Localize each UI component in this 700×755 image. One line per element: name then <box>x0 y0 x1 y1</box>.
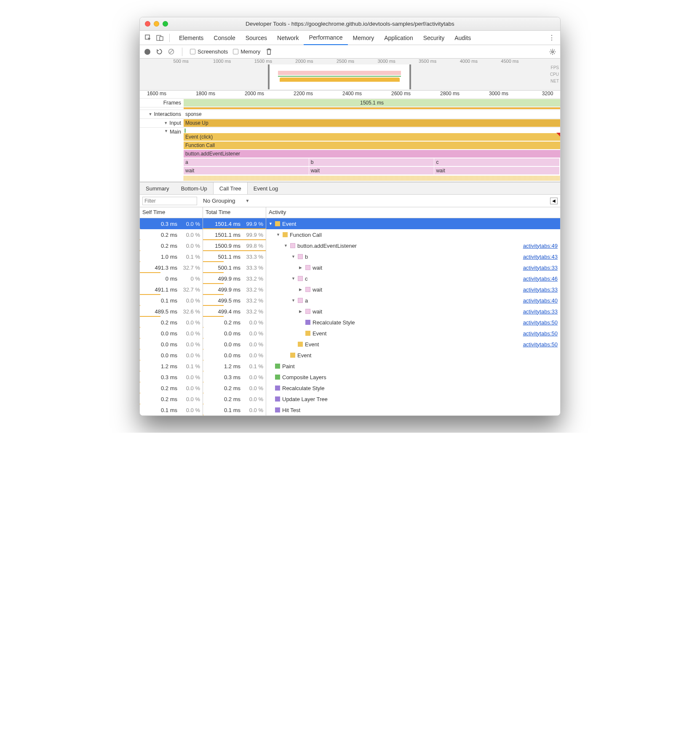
source-link[interactable]: activitytabs:33 <box>523 265 558 271</box>
table-row[interactable]: 491.3 ms32.7 %500.1 ms33.3 %▶waitactivit… <box>140 262 560 273</box>
details-tab-summary[interactable]: Summary <box>140 182 175 194</box>
source-link[interactable]: activitytabs:33 <box>523 286 558 293</box>
activity-name: c <box>305 276 308 282</box>
overview-tick: 3000 ms <box>377 59 395 64</box>
settings-gear-icon[interactable] <box>549 48 556 55</box>
overview-timeline[interactable]: 500 ms1000 ms1500 ms2000 ms2500 ms3000 m… <box>140 59 560 91</box>
table-row[interactable]: 0.2 ms0.0 %1501.1 ms99.9 %▼Function Call <box>140 229 560 240</box>
table-row[interactable]: 1.2 ms0.1 %1.2 ms0.1 %Paint <box>140 361 560 372</box>
flame-tick: 2600 ms <box>391 91 411 96</box>
event-bar[interactable]: Event (click) <box>184 133 560 141</box>
tab-console[interactable]: Console <box>208 31 240 45</box>
more-menu-icon[interactable]: ⋮ <box>547 33 557 43</box>
close-window-button[interactable] <box>145 21 150 27</box>
svg-point-5 <box>552 51 553 52</box>
record-button[interactable] <box>144 48 151 55</box>
tab-sources[interactable]: Sources <box>240 31 272 45</box>
details-tab-call-tree[interactable]: Call Tree <box>213 182 248 194</box>
interactions-track: Interactions sponse <box>140 110 560 118</box>
activity-name: wait <box>313 308 322 315</box>
source-link[interactable]: activitytabs:50 <box>523 319 558 326</box>
toggle-panel-icon[interactable]: ◀ <box>550 198 558 204</box>
source-link[interactable]: activitytabs:46 <box>523 276 558 282</box>
overview-tick: 4500 ms <box>501 59 518 64</box>
device-toggle-icon[interactable] <box>155 33 165 43</box>
clear-button[interactable] <box>168 48 174 55</box>
flame-tick: 2800 ms <box>440 91 460 96</box>
source-link[interactable]: activitytabs:50 <box>523 330 558 337</box>
memory-label: Memory <box>240 48 260 55</box>
call-tree-table[interactable]: 0.3 ms0.0 %1501.4 ms99.9 %▼Event0.2 ms0.… <box>140 218 560 415</box>
overview-tick: 2500 ms <box>337 59 354 64</box>
filter-input[interactable] <box>142 197 197 205</box>
tab-application[interactable]: Application <box>379 31 418 45</box>
table-row[interactable]: 0.0 ms0.0 %0.0 ms0.0 %Event <box>140 350 560 361</box>
minimize-window-button[interactable] <box>154 21 159 27</box>
function-call-bar[interactable]: Function Call <box>184 142 560 149</box>
source-link[interactable]: activitytabs:33 <box>523 308 558 315</box>
separator <box>182 48 182 56</box>
grouping-select[interactable]: No Grouping▼ <box>203 198 249 204</box>
activity-name: Recalculate Style <box>313 319 355 326</box>
tab-elements[interactable]: Elements <box>174 31 208 45</box>
col-self-time[interactable]: Self Time <box>140 207 203 218</box>
flame-chart[interactable]: 1600 ms1800 ms2000 ms2200 ms2400 ms2600 … <box>140 91 560 182</box>
tab-network[interactable]: Network <box>272 31 304 45</box>
overview-tick: 4000 ms <box>460 59 478 64</box>
reload-button[interactable] <box>156 48 163 55</box>
svg-line-4 <box>169 50 173 54</box>
flame-tick: 2400 ms <box>342 91 362 96</box>
table-row[interactable]: 0.1 ms0.0 %0.1 ms0.0 %Hit Test <box>140 404 560 415</box>
activity-swatch-icon <box>298 298 303 303</box>
overview-tick: 500 ms <box>174 59 189 64</box>
table-row[interactable]: 0.2 ms0.0 %1500.9 ms99.8 %▼button.addEve… <box>140 240 560 251</box>
source-link[interactable]: activitytabs:49 <box>523 243 558 249</box>
memory-checkbox[interactable]: Memory <box>233 48 260 55</box>
source-link[interactable]: activitytabs:40 <box>523 297 558 304</box>
table-row[interactable]: 0.2 ms0.0 %0.2 ms0.0 %Recalculate Style <box>140 383 560 394</box>
activity-name: Hit Test <box>282 407 300 413</box>
table-row[interactable]: 0 ms0 %499.9 ms33.2 %▼cactivitytabs:46 <box>140 273 560 284</box>
table-row[interactable]: 0.3 ms0.0 %1501.4 ms99.9 %▼Event <box>140 218 560 229</box>
table-row[interactable]: 491.1 ms32.7 %499.9 ms33.2 %▶waitactivit… <box>140 284 560 295</box>
window-title: Developer Tools - https://googlechrome.g… <box>140 21 560 27</box>
table-row[interactable]: 1.0 ms0.1 %501.1 ms33.3 %▼bactivitytabs:… <box>140 251 560 262</box>
activity-name: b <box>305 254 308 260</box>
table-row[interactable]: 489.5 ms32.6 %499.4 ms33.2 %▶waitactivit… <box>140 306 560 317</box>
activity-swatch-icon <box>275 364 280 369</box>
activity-name: Event <box>282 221 296 227</box>
activity-swatch-icon <box>305 320 310 325</box>
details-tab-event-log[interactable]: Event Log <box>248 182 284 194</box>
activity-name: Paint <box>282 363 295 369</box>
flame-tick: 1800 ms <box>196 91 215 96</box>
table-row[interactable]: 0.1 ms0.0 %499.5 ms33.2 %▼aactivitytabs:… <box>140 295 560 306</box>
table-row[interactable]: 0.0 ms0.0 %0.0 ms0.0 %Eventactivitytabs:… <box>140 328 560 339</box>
tab-memory[interactable]: Memory <box>348 31 379 45</box>
source-link[interactable]: activitytabs:50 <box>523 341 558 348</box>
col-activity[interactable]: Activity <box>266 207 560 218</box>
details-tab-bottom-up[interactable]: Bottom-Up <box>175 182 213 194</box>
main-tabs: ElementsConsoleSourcesNetworkPerformance… <box>140 31 560 45</box>
overview-tick: 3500 ms <box>419 59 436 64</box>
table-row[interactable]: 0.2 ms0.0 %0.2 ms0.0 %Recalculate Stylea… <box>140 317 560 328</box>
mouse-up-bar[interactable]: Mouse Up <box>184 119 560 127</box>
col-total-time[interactable]: Total Time <box>203 207 266 218</box>
overview-tick: 1500 ms <box>254 59 272 64</box>
inspect-icon[interactable] <box>143 33 153 43</box>
devtools-window: Developer Tools - https://googlechrome.g… <box>139 17 561 416</box>
zoom-window-button[interactable] <box>163 21 168 27</box>
activity-name: Function Call <box>290 232 322 238</box>
activity-swatch-icon <box>275 375 280 380</box>
frame-bar[interactable]: 1505.1 ms <box>184 99 560 107</box>
tab-performance[interactable]: Performance <box>304 31 347 45</box>
table-row[interactable]: 0.3 ms0.0 %0.3 ms0.0 %Composite Layers <box>140 372 560 383</box>
tab-audits[interactable]: Audits <box>449 31 476 45</box>
table-row[interactable]: 0.2 ms0.0 %0.2 ms0.0 %Update Layer Tree <box>140 394 560 404</box>
source-link[interactable]: activitytabs:43 <box>523 254 558 260</box>
table-row[interactable]: 0.0 ms0.0 %0.0 ms0.0 %Eventactivitytabs:… <box>140 339 560 350</box>
tab-security[interactable]: Security <box>418 31 450 45</box>
trash-icon[interactable] <box>265 48 272 55</box>
screenshots-checkbox[interactable]: Screenshots <box>190 48 228 55</box>
listener-bar[interactable]: button.addEventListener <box>184 150 560 158</box>
activity-swatch-icon <box>305 331 310 336</box>
